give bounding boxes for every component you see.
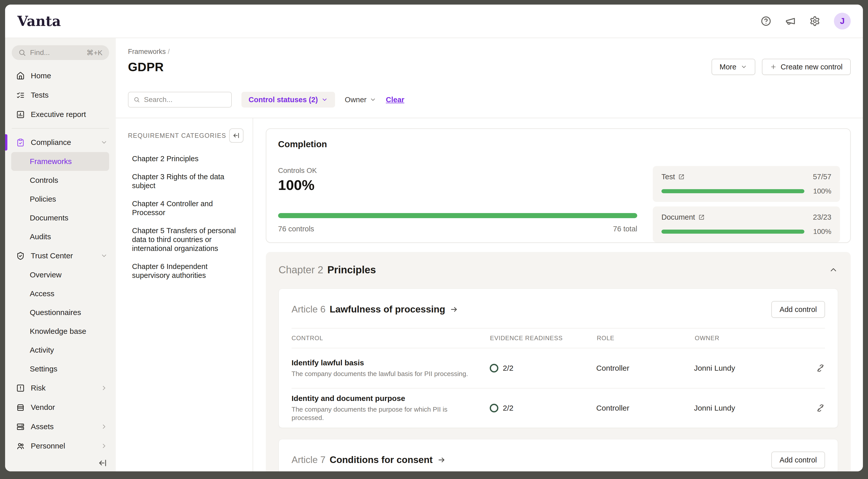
category-chapter-5[interactable]: Chapter 5 Transfers of personal data to … — [132, 226, 241, 253]
sidebar-find-button[interactable]: Find... ⌘+K — [12, 45, 109, 60]
filter-row: Control statuses (2) Owner Clear — [116, 92, 863, 107]
categories-heading: REQUIREMENT CATEGORIES — [128, 132, 226, 139]
sidebar-item-controls[interactable]: Controls — [5, 171, 116, 190]
chevron-down-icon — [370, 96, 376, 103]
more-button[interactable]: More — [712, 59, 755, 75]
completion-progress-track — [278, 213, 637, 218]
article-name-link[interactable]: Lawfulness of processing — [330, 304, 445, 315]
sidebar-item-settings[interactable]: Settings — [5, 359, 116, 378]
sidebar-item-access[interactable]: Access — [5, 284, 116, 303]
settings-gear-icon[interactable] — [809, 16, 820, 26]
owner-filter[interactable]: Owner — [345, 96, 376, 104]
tests-checklist-icon — [16, 91, 25, 99]
breadcrumb-separator: / — [168, 48, 170, 56]
add-control-button[interactable]: Add control — [771, 451, 825, 468]
sidebar-item-executive-report[interactable]: Executive report — [5, 105, 116, 124]
add-control-button[interactable]: Add control — [771, 301, 825, 318]
completion-stats: Test 57/57 100% — [653, 166, 840, 242]
unlink-icon[interactable] — [816, 404, 825, 413]
article-name-link[interactable]: Conditions for consent — [330, 455, 433, 465]
sidebar-item-trust-center[interactable]: Trust Center — [5, 246, 116, 265]
controls-count: 76 controls — [278, 225, 314, 233]
article-7-card: Article 7 Conditions for consent Add con… — [279, 439, 838, 471]
sidebar-item-label: Home — [31, 71, 51, 80]
external-link-icon — [698, 214, 705, 221]
search-input[interactable] — [144, 96, 226, 104]
sidebar-item-documents[interactable]: Documents — [5, 209, 116, 227]
completion-card: Completion Controls OK 100% 76 controls … — [266, 128, 851, 243]
sidebar-item-personnel[interactable]: Personnel — [5, 436, 116, 456]
owner-label: Owner — [345, 96, 366, 104]
test-percent: 100% — [810, 187, 831, 195]
sidebar-item-home[interactable]: Home — [5, 66, 116, 86]
control-row[interactable]: Identity and document purpose The compan… — [291, 388, 825, 428]
completion-title: Completion — [278, 139, 838, 149]
sidebar-item-policies[interactable]: Policies — [5, 190, 116, 209]
panel-collapse-button[interactable] — [229, 128, 244, 142]
control-statuses-label: Control statuses (2) — [249, 96, 318, 104]
document-progress-track — [661, 230, 804, 234]
control-row[interactable]: Identify lawful basis The company docume… — [291, 348, 825, 388]
sidebar-item-risk[interactable]: Risk — [5, 378, 116, 397]
chevron-right-icon — [100, 423, 107, 430]
test-progress-fill — [661, 189, 804, 193]
category-chapter-2[interactable]: Chapter 2 Principles — [132, 154, 241, 163]
user-avatar[interactable]: J — [834, 13, 851, 30]
report-chart-icon — [16, 110, 25, 119]
sidebar-item-vendor[interactable]: Vendor — [5, 397, 116, 417]
risk-alert-icon — [16, 384, 25, 392]
test-label[interactable]: Test — [661, 172, 675, 181]
breadcrumb: Frameworks/ — [128, 48, 851, 56]
chapter-prefix: Chapter 2 — [279, 264, 323, 276]
chevron-down-icon — [100, 252, 107, 259]
category-chapter-6[interactable]: Chapter 6 Independent supervisory author… — [132, 262, 241, 280]
sidebar-item-label: Vendor — [31, 403, 55, 412]
announcements-icon[interactable] — [785, 16, 796, 26]
control-title[interactable]: Identify lawful basis — [291, 358, 479, 367]
sidebar-collapse-icon[interactable] — [98, 458, 107, 468]
more-label: More — [720, 63, 737, 71]
document-label[interactable]: Document — [661, 213, 695, 221]
collapse-section-icon[interactable] — [829, 265, 838, 274]
breadcrumb-frameworks[interactable]: Frameworks — [128, 48, 166, 56]
sidebar-item-label: Compliance — [31, 138, 71, 147]
sidebar-item-audits[interactable]: Audits — [5, 227, 116, 246]
chevron-right-icon — [100, 442, 107, 449]
trust-shield-icon — [16, 252, 25, 260]
sidebar-item-label: Tests — [31, 91, 49, 99]
sidebar-item-label: Risk — [31, 384, 45, 392]
sidebar-item-frameworks[interactable]: Frameworks — [11, 152, 109, 171]
search-icon — [133, 96, 140, 103]
sidebar-divider — [12, 128, 109, 129]
sidebar-item-compliance[interactable]: Compliance — [5, 133, 116, 152]
control-statuses-filter[interactable]: Control statuses (2) — [241, 92, 335, 107]
active-indicator — [5, 134, 7, 151]
sidebar-item-label: Executive report — [31, 110, 86, 119]
sidebar-item-assets[interactable]: Assets — [5, 417, 116, 436]
control-description: The company documents the lawful basis f… — [291, 370, 472, 378]
sidebar-item-questionnaires[interactable]: Questionnaires — [5, 303, 116, 322]
plus-icon — [770, 64, 777, 70]
sidebar-item-overview[interactable]: Overview — [5, 265, 116, 284]
column-role: ROLE — [597, 334, 695, 342]
requirement-categories-panel: REQUIREMENT CATEGORIES Chapter 2 Princip… — [116, 118, 253, 471]
completion-progress-fill — [278, 213, 637, 218]
create-new-control-button[interactable]: Create new control — [762, 59, 851, 75]
article-prefix: Article 6 — [291, 304, 326, 315]
sidebar-item-tests[interactable]: Tests — [5, 86, 116, 105]
category-chapter-4[interactable]: Chapter 4 Controller and Processor — [132, 199, 241, 217]
help-icon[interactable] — [761, 16, 771, 26]
controls-table-header: CONTROL EVIDENCE READINESS ROLE OWNER — [291, 328, 825, 348]
test-fraction: 57/57 — [813, 172, 831, 181]
sidebar-item-activity[interactable]: Activity — [5, 341, 116, 359]
column-control: CONTROL — [291, 334, 490, 342]
sidebar-item-label: Personnel — [31, 442, 65, 450]
home-icon — [16, 72, 25, 80]
sidebar-item-knowledge-base[interactable]: Knowledge base — [5, 322, 116, 341]
clear-filters-link[interactable]: Clear — [386, 96, 404, 104]
arrow-right-icon — [437, 456, 446, 464]
unlink-icon[interactable] — [816, 363, 825, 373]
category-chapter-3[interactable]: Chapter 3 Rights of the data subject — [132, 172, 241, 190]
role-cell: Controller — [596, 404, 694, 412]
control-title[interactable]: Identity and document purpose — [291, 394, 479, 403]
